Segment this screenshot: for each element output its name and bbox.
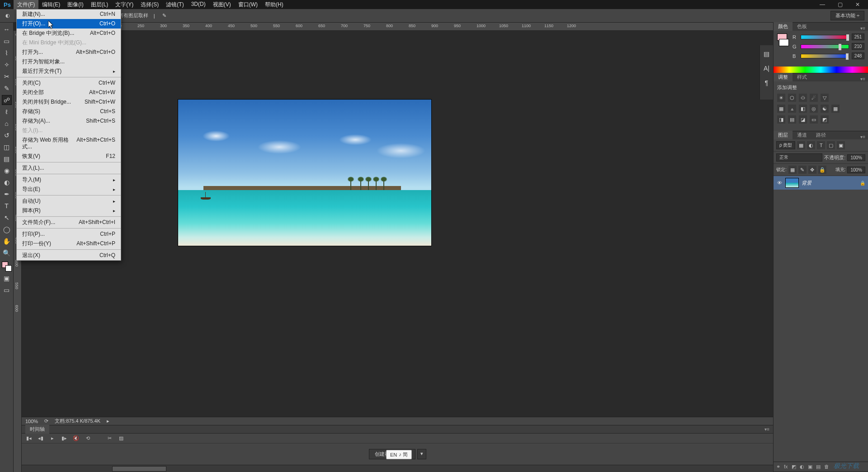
lock-pixel-icon[interactable]: ✎ — [798, 166, 807, 174]
history-panel-icon[interactable]: ▤ — [762, 49, 772, 59]
gradmap-icon[interactable]: ▭ — [810, 115, 818, 124]
lock-pos-icon[interactable]: ✥ — [808, 166, 816, 174]
mask-icon[interactable]: ◩ — [792, 464, 796, 470]
marquee-tool[interactable]: ▭ — [2, 36, 12, 46]
file-menu-item[interactable]: 打开为智能对象... — [17, 57, 121, 67]
timeline-type-dropdown[interactable]: ▾ — [417, 449, 426, 459]
status-refresh-icon[interactable]: ⟳ — [44, 418, 48, 424]
file-menu-item[interactable]: 恢复(V)F12 — [17, 152, 121, 161]
lut-icon[interactable]: ▦ — [831, 105, 840, 113]
wand-tool[interactable]: ✧ — [2, 60, 12, 70]
file-menu-item[interactable]: 关闭全部Alt+Ctrl+W — [17, 88, 121, 97]
fx-icon[interactable]: fx — [784, 464, 788, 470]
pen-tool[interactable]: ✒ — [2, 189, 12, 199]
curves-icon[interactable]: ⦵ — [799, 94, 807, 102]
file-menu-item[interactable]: 关闭(C)Ctrl+W — [17, 78, 121, 88]
quickmask-tool[interactable]: ▣ — [2, 273, 12, 283]
brush-tool[interactable]: ℓ — [2, 107, 12, 117]
colorbal-icon[interactable]: ⟁ — [788, 105, 796, 113]
eyedropper-tool[interactable]: ✎ — [2, 83, 12, 93]
b-value[interactable]: 248 — [852, 52, 864, 59]
type-tool[interactable]: T — [2, 201, 12, 211]
g-value[interactable]: 210 — [852, 43, 864, 50]
dodge-tool[interactable]: ◐ — [2, 177, 12, 187]
timeline-collapse-icon[interactable]: ▾≡ — [764, 427, 769, 432]
tab-paths[interactable]: 路径 — [811, 131, 830, 139]
file-menu-item[interactable]: 打印一份(Y)Alt+Shift+Ctrl+P — [17, 239, 121, 248]
hue-icon[interactable]: ▦ — [777, 105, 785, 113]
file-menu-item[interactable]: 打开(O)...Ctrl+O — [17, 19, 121, 29]
crop-tool[interactable]: ✂ — [2, 72, 12, 81]
filter-type-icon[interactable]: T — [817, 141, 825, 149]
posterize-icon[interactable]: ▤ — [788, 115, 796, 124]
channel-mixer-icon[interactable]: ☯ — [821, 105, 829, 113]
tool-preset-icon[interactable]: ◐ — [4, 12, 12, 20]
spectrum-ramp[interactable] — [774, 67, 868, 73]
filter-adj-icon[interactable]: ◐ — [807, 141, 815, 149]
lock-trans-icon[interactable]: ▦ — [788, 166, 797, 174]
fill-input[interactable]: 100% — [847, 167, 865, 173]
character-panel-icon[interactable]: A| — [762, 63, 772, 73]
exposure-icon[interactable]: ☄ — [810, 94, 818, 102]
split-icon[interactable]: ✂ — [106, 435, 113, 441]
menu-4[interactable]: 文字(Y) — [112, 0, 137, 10]
panel-menu-icon[interactable]: ▾≡ — [858, 76, 868, 81]
menu-2[interactable]: 图像(I) — [64, 0, 87, 10]
move-tool[interactable]: ↔ — [2, 24, 12, 34]
menu-5[interactable]: 选择(S) — [137, 0, 162, 10]
file-menu-item[interactable]: 打开为...Alt+Shift+Ctrl+O — [17, 48, 121, 57]
new-layer-icon[interactable]: ▤ — [816, 464, 821, 470]
brightness-icon[interactable]: ☀ — [777, 94, 785, 102]
path-tool[interactable]: ↖ — [2, 213, 12, 223]
layer-row[interactable]: 👁 背景 🔒 — [774, 176, 868, 190]
file-menu-item[interactable]: 导出(E) — [17, 185, 121, 194]
b-slider[interactable] — [801, 54, 849, 58]
zoom-level[interactable]: 100% — [25, 419, 38, 424]
step-back-icon[interactable]: ◂▮ — [37, 435, 44, 441]
delete-layer-icon[interactable]: 🗑 — [824, 464, 829, 470]
file-menu-item[interactable]: 文件简介(F)...Alt+Shift+Ctrl+I — [17, 218, 121, 227]
blur-tool[interactable]: ◉ — [2, 166, 12, 176]
file-menu-item[interactable]: 存储(S)Ctrl+S — [17, 107, 121, 116]
file-menu-item[interactable]: 导入(M) — [17, 175, 121, 185]
file-menu-item[interactable]: 脚本(R) — [17, 206, 121, 215]
status-play-icon[interactable]: ▸ — [107, 418, 109, 424]
play-icon[interactable]: ▸ — [49, 435, 56, 441]
menu-3[interactable]: 图层(L) — [87, 0, 112, 10]
tab-styles[interactable]: 样式 — [793, 73, 811, 81]
tab-color[interactable]: 颜色 — [774, 22, 793, 31]
vibrance-icon[interactable]: ▽ — [821, 94, 829, 102]
tab-swatches[interactable]: 色板 — [793, 22, 811, 31]
loop-icon[interactable]: ⟲ — [84, 435, 91, 441]
menu-1[interactable]: 编辑(E) — [38, 0, 64, 10]
bw-icon[interactable]: ◧ — [799, 105, 807, 113]
timeline-tab[interactable]: 时间轴 — [25, 425, 49, 434]
new-group-icon[interactable]: ▣ — [808, 464, 812, 470]
layer-filter-type[interactable]: ρ 类型 — [776, 141, 795, 149]
goto-first-icon[interactable]: ▮◂ — [25, 435, 33, 441]
stamp-tool[interactable]: ⌂ — [2, 119, 12, 129]
file-menu-item[interactable]: 自动(U) — [17, 196, 121, 206]
shape-tool[interactable]: ◯ — [2, 224, 12, 234]
menu-10[interactable]: 帮助(H) — [261, 0, 287, 10]
lock-all-icon[interactable]: 🔒 — [818, 166, 826, 174]
eraser-tool[interactable]: ◫ — [2, 142, 12, 152]
file-menu-item[interactable]: 最近打开文件(T) — [17, 67, 121, 76]
filter-pixel-icon[interactable]: ▦ — [797, 141, 805, 149]
file-menu-item[interactable]: 存储为(A)...Shift+Ctrl+S — [17, 116, 121, 126]
r-slider[interactable] — [801, 35, 849, 39]
screenmode-tool[interactable]: ▭ — [2, 285, 12, 295]
paragraph-panel-icon[interactable]: ¶ — [762, 78, 772, 88]
file-menu-item[interactable]: 在 Bridge 中浏览(B)...Alt+Ctrl+O — [17, 29, 121, 38]
menu-0[interactable]: 文件(F) — [14, 0, 38, 10]
selective-icon[interactable]: ◩ — [821, 115, 829, 124]
color-swatch-pair[interactable] — [777, 33, 789, 62]
menu-8[interactable]: 视图(V) — [209, 0, 235, 10]
close-button[interactable]: ✕ — [853, 1, 863, 8]
panel-menu-icon[interactable]: ▾≡ — [858, 26, 868, 31]
visibility-icon[interactable]: 👁 — [776, 180, 783, 186]
panel-menu-icon[interactable]: ▾≡ — [858, 134, 868, 139]
file-menu-item[interactable]: 关闭并转到 Bridge...Shift+Ctrl+W — [17, 97, 121, 107]
r-value[interactable]: 251 — [852, 33, 864, 40]
levels-icon[interactable]: ⬡ — [788, 94, 796, 102]
